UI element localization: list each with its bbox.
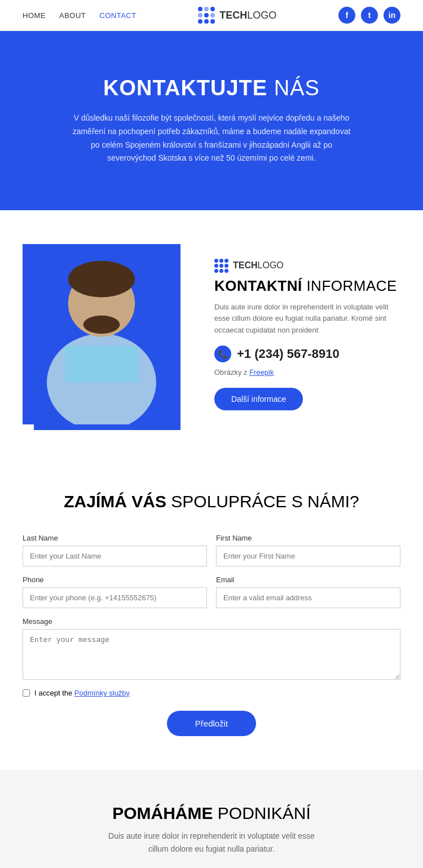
last-name-input[interactable] [23,546,207,566]
nav-about[interactable]: ABOUT [59,11,86,20]
footer-info-section: POMÁHÁME PODNIKÁNÍ Duis aute irure dolor… [0,770,423,868]
form-title: ZAJÍMÁ VÁS SPOLUPRÁCE S NÁMI? [23,492,400,511]
phone-label: Phone [23,575,207,584]
info-title: KONTAKTNÍ INFORMACE [214,277,400,295]
info-image-wrapper [23,244,192,424]
phone-row: 📞 +1 (234) 567-8910 [214,346,400,362]
info-image [23,244,180,424]
info-description: Duis aute irure dolor in reprehenderit i… [214,302,400,336]
contact-form: Last Name First Name Phone Email Message… [23,534,400,736]
phone-icon: 📞 [214,346,231,362]
svg-point-4 [83,315,120,333]
social-icons: f t in [338,7,400,24]
freepik-link[interactable]: Freepik [249,368,274,377]
terms-text: I accept the Podmínky služby [34,689,130,697]
info-content: TECHLOGO KONTAKTNÍ INFORMACE Duis aute i… [214,259,400,410]
logo-text: TECHLOGO [219,10,276,21]
nav-contact[interactable]: CONTACT [99,11,136,20]
last-name-group: Last Name [23,534,207,566]
nav-links: HOME ABOUT CONTACT [23,11,136,20]
info-logo-text: TECHLOGO [233,260,284,271]
person-svg [23,244,180,424]
info-section: TECHLOGO KONTAKTNÍ INFORMACE Duis aute i… [0,210,423,458]
hero-description: V důsledku naší filozofie být společnost… [70,112,352,165]
hero-section: KONTAKTUJTE NÁS V důsledku naší filozofi… [0,31,423,210]
info-logo-dots-icon [214,259,228,273]
info-logo: TECHLOGO [214,259,400,273]
nav-home[interactable]: HOME [23,11,46,20]
svg-rect-6 [65,346,138,382]
submit-row: Předložit [23,711,400,736]
terms-checkbox[interactable] [23,689,30,697]
phone-number: +1 (234) 567-8910 [237,347,340,361]
navbar: HOME ABOUT CONTACT TECHLOGO f t in [0,0,423,31]
logo-dots-icon [198,7,215,24]
email-input[interactable] [216,587,400,608]
logo: TECHLOGO [198,7,276,24]
footer-info-title: POMÁHÁME PODNIKÁNÍ [23,804,400,823]
terms-link[interactable]: Podmínky služby [74,689,130,697]
email-label: Email [216,575,400,584]
twitter-icon[interactable]: t [361,7,378,24]
hero-title: KONTAKTUJTE NÁS [23,76,400,100]
submit-button[interactable]: Předložit [167,711,256,736]
footer-info-description: Duis aute irure dolor in reprehenderit i… [104,830,319,855]
email-group: Email [216,575,400,608]
first-name-input[interactable] [216,546,400,566]
first-name-label: First Name [216,534,400,542]
instagram-icon[interactable]: in [384,7,400,24]
form-section: ZAJÍMÁ VÁS SPOLUPRÁCE S NÁMI? Last Name … [0,458,423,770]
terms-row: I accept the Podmínky služby [23,689,400,697]
info-button[interactable]: Další informace [214,388,303,410]
svg-point-3 [68,260,135,297]
message-label: Message [23,617,400,626]
first-name-group: First Name [216,534,400,566]
facebook-icon[interactable]: f [338,7,355,24]
phone-input[interactable] [23,587,207,608]
message-group: Message [23,617,400,680]
last-name-label: Last Name [23,534,207,542]
phone-group: Phone [23,575,207,608]
freepik-note: Obrázky z Freepik [214,367,400,379]
message-input[interactable] [23,629,400,680]
